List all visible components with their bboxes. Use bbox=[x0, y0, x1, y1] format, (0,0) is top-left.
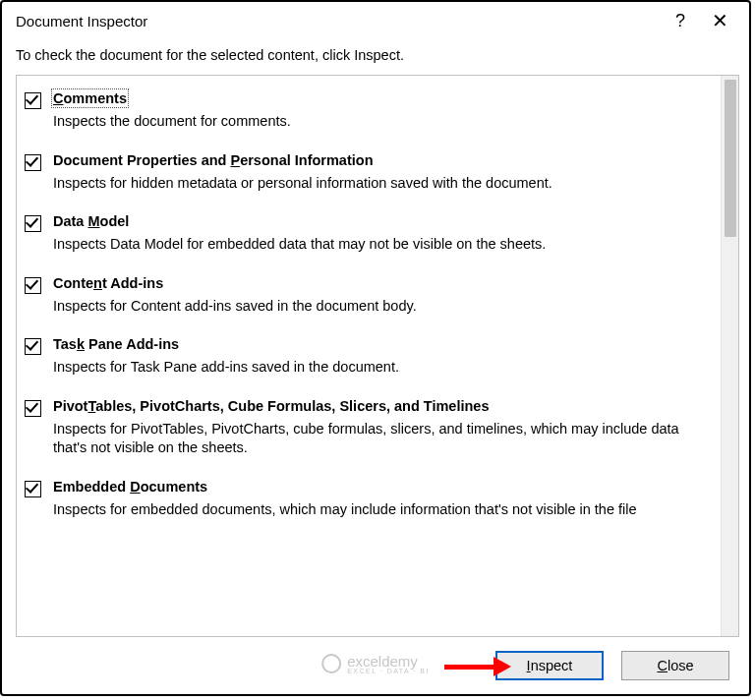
option-desc: Inspects the document for comments. bbox=[53, 112, 711, 132]
checkbox-content-addins[interactable] bbox=[25, 277, 41, 294]
button-row: Inspect Close bbox=[2, 637, 749, 694]
option-docprops: Document Properties and Personal Informa… bbox=[17, 142, 721, 204]
checkbox-taskpane-addins[interactable] bbox=[25, 338, 41, 355]
instruction-text: To check the document for the selected c… bbox=[2, 37, 749, 75]
option-title: Data Model bbox=[53, 213, 129, 229]
option-desc: Inspects for hidden metadata or personal… bbox=[53, 174, 711, 194]
option-desc: Inspects Data Model for embedded data th… bbox=[53, 235, 711, 255]
close-button[interactable]: Close bbox=[621, 651, 729, 680]
vertical-scrollbar[interactable] bbox=[721, 76, 738, 636]
content-panel: Comments Inspects the document for comme… bbox=[16, 75, 739, 637]
inspect-button[interactable]: Inspect bbox=[495, 651, 604, 680]
option-pivottables: PivotTables, PivotCharts, Cube Formulas,… bbox=[17, 387, 721, 468]
option-title: PivotTables, PivotCharts, Cube Formulas,… bbox=[53, 398, 489, 414]
option-content-addins: Content Add-ins Inspects for Content add… bbox=[17, 264, 721, 326]
scrollbar-thumb[interactable] bbox=[725, 80, 736, 237]
checkbox-docprops[interactable] bbox=[25, 154, 41, 171]
option-title: Embedded Documents bbox=[53, 479, 207, 495]
close-icon[interactable]: ✕ bbox=[700, 10, 739, 31]
option-datamodel: Data Model Inspects Data Model for embed… bbox=[17, 203, 721, 264]
option-comments: Comments Inspects the document for comme… bbox=[17, 80, 721, 142]
titlebar: Document Inspector ? ✕ bbox=[2, 2, 749, 37]
option-desc: Inspects for embedded documents, which m… bbox=[53, 500, 711, 520]
option-taskpane-addins: Task Pane Add-ins Inspects for Task Pane… bbox=[17, 325, 721, 387]
option-title: Task Pane Add-ins bbox=[53, 336, 179, 352]
document-inspector-dialog: Document Inspector ? ✕ To check the docu… bbox=[0, 0, 751, 696]
option-title: Comments bbox=[53, 90, 127, 106]
option-desc: Inspects for Task Pane add-ins saved in … bbox=[53, 358, 711, 378]
option-desc: Inspects for PivotTables, PivotCharts, c… bbox=[53, 420, 711, 458]
option-desc: Inspects for Content add-ins saved in th… bbox=[53, 297, 711, 317]
options-list: Comments Inspects the document for comme… bbox=[17, 76, 721, 636]
checkbox-comments[interactable] bbox=[25, 92, 41, 109]
help-icon[interactable]: ? bbox=[661, 10, 700, 31]
checkbox-pivottables[interactable] bbox=[25, 400, 41, 417]
option-title: Document Properties and Personal Informa… bbox=[53, 152, 374, 168]
checkbox-datamodel[interactable] bbox=[25, 215, 41, 232]
option-embedded-docs: Embedded Documents Inspects for embedded… bbox=[17, 468, 721, 530]
option-title: Content Add-ins bbox=[53, 275, 163, 291]
checkbox-embedded-docs[interactable] bbox=[25, 481, 41, 497]
dialog-title: Document Inspector bbox=[16, 13, 661, 29]
annotation-arrow-icon bbox=[444, 657, 511, 676]
